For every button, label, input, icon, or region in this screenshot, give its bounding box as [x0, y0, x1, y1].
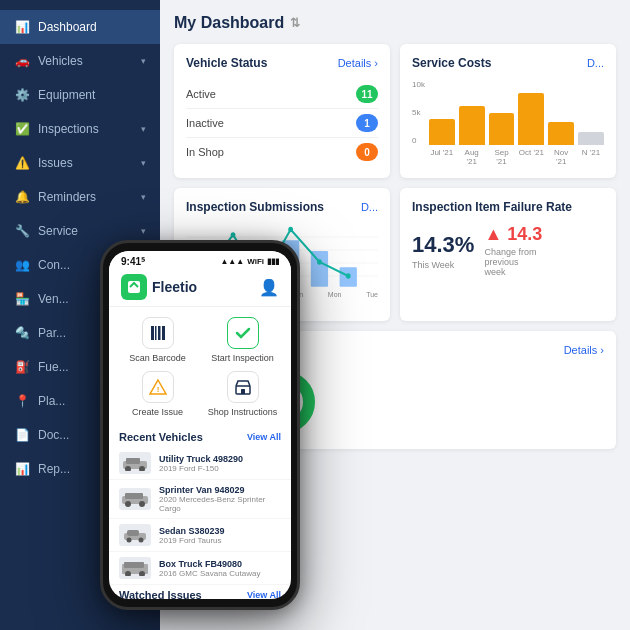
status-row-inshop: In Shop 0 — [186, 138, 378, 166]
issues-icon: ⚠️ — [14, 155, 30, 171]
time-display: 9:41⁵ — [121, 256, 145, 267]
chevron-down-icon: ▾ — [141, 124, 146, 134]
start-inspection-action[interactable]: Start Inspection — [204, 317, 281, 363]
view-all-link[interactable]: View All — [247, 590, 281, 599]
vehicle-name: Box Truck FB49080 — [159, 559, 281, 569]
svg-rect-23 — [158, 326, 161, 340]
card-header: Vehicle Status Details › — [186, 56, 378, 70]
svg-point-40 — [139, 538, 144, 543]
sidebar-item-dashboard[interactable]: 📊 Dashboard — [0, 10, 160, 44]
app-container: 📊 Dashboard 🚗 Vehicles ▾ ⚙️ Equipment ✅ … — [0, 0, 630, 630]
this-week-rate: 14.3% This Week — [412, 232, 474, 270]
vehicle-item-2[interactable]: Sprinter Van 948029 2020 Mercedes-Benz S… — [109, 480, 291, 519]
shop-instructions-action[interactable]: Shop Instructions — [204, 371, 281, 417]
sort-icon[interactable]: ⇅ — [290, 16, 300, 30]
app-name: Fleetio — [152, 279, 197, 295]
sidebar-item-label: Service — [38, 224, 78, 238]
barcode-icon — [142, 317, 174, 349]
chevron-down-icon: ▾ — [141, 158, 146, 168]
details-link[interactable]: D... — [587, 57, 604, 69]
parts-icon: 🔩 — [14, 325, 30, 341]
scan-barcode-action[interactable]: Scan Barcode — [119, 317, 196, 363]
dashboard-icon: 📊 — [14, 19, 30, 35]
quick-actions: Scan Barcode Start Inspection ! — [109, 307, 291, 427]
rate-change: ▲ 14.3 Change frompreviousweek — [484, 224, 542, 277]
app-logo: Fleetio — [121, 274, 197, 300]
status-label: Inactive — [186, 117, 224, 129]
contacts-icon: 👥 — [14, 257, 30, 273]
chevron-down-icon: ▾ — [141, 56, 146, 66]
svg-rect-24 — [162, 326, 165, 340]
chevron-down-icon: ▾ — [141, 192, 146, 202]
vehicle-name: Utility Truck 498290 — [159, 454, 281, 464]
svg-point-35 — [125, 501, 131, 507]
vehicle-sub: 2016 GMC Savana Cutaway — [159, 569, 281, 578]
action-label: Create Issue — [132, 407, 183, 417]
card-title: Inspection Submissions — [186, 200, 324, 214]
svg-point-36 — [139, 501, 145, 507]
vehicle-thumbnail — [119, 452, 151, 474]
sidebar-item-label: Fue... — [38, 360, 69, 374]
reminders-icon: 🔔 — [14, 189, 30, 205]
wifi-icon: WiFi — [247, 257, 264, 266]
sidebar-item-label: Doc... — [38, 428, 69, 442]
svg-rect-34 — [125, 493, 143, 499]
vehicle-item-3[interactable]: Sedan S380239 2019 Ford Taurus — [109, 519, 291, 552]
status-row-inactive: Inactive 1 — [186, 109, 378, 138]
card-header: Inspection Submissions D... — [186, 200, 378, 214]
card-header: Inspection Item Failure Rate — [412, 200, 604, 214]
inspection-icon — [227, 317, 259, 349]
svg-rect-28 — [241, 389, 245, 394]
section-title: Recent Vehicles — [119, 431, 203, 443]
view-all-link[interactable]: View All — [247, 432, 281, 442]
sidebar-item-inspections[interactable]: ✅ Inspections ▾ — [0, 112, 160, 146]
svg-rect-42 — [124, 562, 144, 568]
status-row-active: Active 11 — [186, 80, 378, 109]
sidebar-item-vehicles[interactable]: 🚗 Vehicles ▾ — [0, 44, 160, 78]
vehicle-info: Sprinter Van 948029 2020 Mercedes-Benz S… — [159, 485, 281, 513]
battery-icon: ▮▮▮ — [267, 257, 279, 266]
shop-icon — [227, 371, 259, 403]
svg-point-15 — [346, 273, 351, 278]
status-badge: 0 — [356, 143, 378, 161]
chevron-down-icon: ▾ — [141, 226, 146, 236]
card-title: Vehicle Status — [186, 56, 267, 70]
details-link[interactable]: D... — [361, 201, 378, 213]
x-axis-labels: Jul '21 Aug '21 Sep '21 Oct '21 Nov '21 … — [429, 148, 604, 166]
rate-label: This Week — [412, 260, 474, 270]
vehicle-sub: 2019 Ford F-150 — [159, 464, 281, 473]
status-badge: 11 — [356, 85, 378, 103]
rate-display: 14.3% This Week ▲ 14.3 Change fromprevio… — [412, 224, 604, 277]
svg-point-11 — [231, 232, 236, 237]
card-title: Service Costs — [412, 56, 491, 70]
section-title: Watched Issues — [119, 589, 202, 599]
sidebar-item-label: Dashboard — [38, 20, 97, 34]
details-link[interactable]: Details › — [564, 344, 604, 356]
vehicle-item-1[interactable]: Utility Truck 498290 2019 Ford F-150 — [109, 447, 291, 480]
vehicle-item-4[interactable]: Box Truck FB49080 2016 GMC Savana Cutawa… — [109, 552, 291, 585]
fuel-icon: ⛽ — [14, 359, 30, 375]
svg-point-14 — [317, 259, 322, 264]
dashboard-title-text: My Dashboard — [174, 14, 284, 32]
sidebar-item-equipment[interactable]: ⚙️ Equipment — [0, 78, 160, 112]
phone-app-header: Fleetio 👤 — [109, 270, 291, 307]
watched-issues-header: Watched Issues View All — [109, 585, 291, 599]
status-icons: ▲▲▲ WiFi ▮▮▮ — [220, 257, 279, 266]
svg-rect-21 — [151, 326, 154, 340]
bar — [459, 106, 485, 145]
sidebar-item-issues[interactable]: ⚠️ Issues ▾ — [0, 146, 160, 180]
sidebar-item-reminders[interactable]: 🔔 Reminders ▾ — [0, 180, 160, 214]
bars — [429, 80, 604, 145]
user-icon[interactable]: 👤 — [259, 278, 279, 297]
action-label: Scan Barcode — [129, 353, 186, 363]
details-link[interactable]: Details › — [338, 57, 378, 69]
vehicle-status-card: Vehicle Status Details › Active 11 Inact… — [174, 44, 390, 178]
svg-rect-38 — [127, 530, 139, 536]
phone-status-bar: 9:41⁵ ▲▲▲ WiFi ▮▮▮ — [109, 251, 291, 270]
svg-point-39 — [127, 538, 132, 543]
vehicle-thumbnail — [119, 488, 151, 510]
bar — [518, 93, 544, 145]
create-issue-action[interactable]: ! Create Issue — [119, 371, 196, 417]
vehicle-thumbnail — [119, 557, 151, 579]
docs-icon: 📄 — [14, 427, 30, 443]
